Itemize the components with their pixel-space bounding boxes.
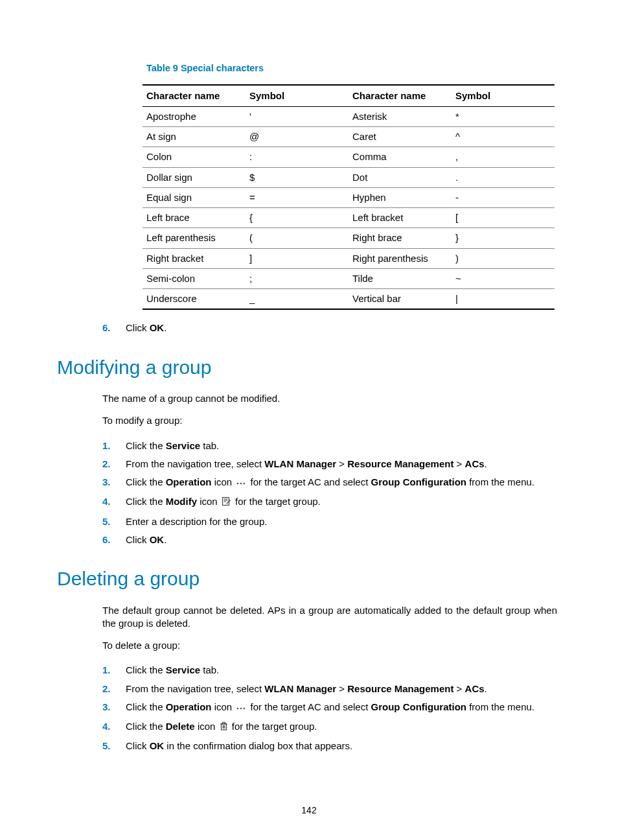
step-number: 4.	[102, 495, 111, 508]
step-number: 6.	[102, 321, 111, 334]
page-number: 142	[0, 804, 618, 817]
svg-point-0	[237, 483, 239, 485]
char-name-cell: Dot	[349, 167, 452, 187]
table-row: Underscore_Vertical bar|	[143, 289, 555, 310]
col-header: Character name	[349, 85, 452, 107]
symbol-cell: ,	[452, 147, 555, 167]
table-caption: Table 9 Special characters	[146, 62, 555, 75]
step-number: 2.	[102, 458, 111, 471]
char-name-cell: Left bracket	[349, 208, 452, 228]
step-number: 5.	[102, 515, 111, 528]
modify-icon	[222, 496, 231, 509]
char-name-cell: Dollar sign	[143, 167, 246, 187]
symbol-cell: ]	[246, 248, 349, 268]
step-number: 3.	[102, 476, 111, 489]
step-text: Click the Modify icon for the target gro…	[126, 496, 321, 507]
char-name-cell: Right brace	[349, 228, 452, 248]
symbol-cell: :	[246, 147, 349, 167]
step-item: 3.Click the Operation icon for the targe…	[102, 701, 557, 715]
step-item: 6.Click OK.	[102, 533, 557, 546]
char-name-cell: Comma	[349, 147, 452, 167]
step-text: Click the Operation icon for the target …	[126, 476, 534, 487]
col-header: Symbol	[452, 85, 555, 107]
char-name-cell: Vertical bar	[349, 289, 452, 310]
symbol-cell: ;	[246, 268, 349, 288]
svg-point-2	[244, 483, 246, 485]
char-name-cell: Right bracket	[143, 248, 246, 268]
step-text: Enter a description for the group.	[126, 516, 267, 527]
col-header: Symbol	[246, 85, 349, 107]
table-header-row: Character name Symbol Character name Sym…	[143, 85, 555, 107]
symbol-cell: @	[246, 127, 349, 147]
svg-rect-12	[222, 723, 225, 725]
symbol-cell: {	[246, 208, 349, 228]
ellipsis-icon	[236, 477, 246, 490]
char-name-cell: Right parenthesis	[349, 248, 452, 268]
step-item: 4.Click the Delete icon for the target g…	[102, 720, 557, 734]
symbol-cell: -	[452, 187, 555, 207]
symbol-cell: [	[452, 208, 555, 228]
svg-point-9	[244, 708, 246, 710]
step-item: 2.From the navigation tree, select WLAN …	[102, 682, 557, 695]
step-text: Click OK.	[126, 322, 166, 333]
step-number: 4.	[102, 720, 111, 733]
heading-modifying: Modifying a group	[57, 355, 557, 381]
char-name-cell: Underscore	[143, 289, 246, 310]
table-row: Dollar sign$Dot.	[143, 167, 555, 187]
table-body: Apostrophe'Asterisk*At sign@Caret^Colon:…	[143, 106, 555, 309]
step-text: Click the Service tab.	[126, 664, 219, 675]
symbol-cell: ^	[452, 127, 555, 147]
symbol-cell: _	[246, 289, 349, 310]
step-text: Click OK.	[126, 534, 166, 545]
step-item: 4.Click the Modify icon for the target g…	[102, 495, 557, 509]
table-row: Colon:Comma,	[143, 147, 555, 167]
char-name-cell: Left brace	[143, 208, 246, 228]
step-list-top: 6. Click OK.	[57, 321, 557, 334]
symbol-cell: =	[246, 187, 349, 207]
step-text: From the navigation tree, select WLAN Ma…	[126, 458, 487, 469]
step-text: Click OK in the confirmation dialog box …	[126, 740, 352, 751]
char-name-cell: Colon	[143, 147, 246, 167]
symbol-cell: ~	[452, 268, 555, 288]
delete-icon	[220, 721, 228, 734]
table-row: Right bracket]Right parenthesis)	[143, 248, 555, 268]
symbol-cell: *	[452, 106, 555, 126]
ellipsis-icon	[236, 702, 246, 715]
step-list-delete: 1.Click the Service tab.2.From the navig…	[57, 664, 557, 752]
char-name-cell: Asterisk	[349, 106, 452, 126]
paragraph: The name of a group cannot be modified.	[57, 392, 557, 405]
symbol-cell: }	[452, 228, 555, 248]
step-item: 6. Click OK.	[102, 321, 557, 334]
step-text: Click the Delete icon for the target gro…	[126, 721, 317, 732]
char-name-cell: Caret	[349, 127, 452, 147]
table-row: Semi-colon;Tilde~	[143, 268, 555, 288]
step-item: 1.Click the Service tab.	[102, 664, 557, 677]
step-number: 1.	[102, 664, 111, 677]
col-header: Character name	[143, 85, 246, 107]
table-row: Left parenthesis(Right brace}	[143, 228, 555, 248]
table-row: At sign@Caret^	[143, 127, 555, 147]
step-item: 3.Click the Operation icon for the targe…	[102, 476, 557, 490]
step-number: 1.	[102, 439, 111, 452]
symbol-cell: $	[246, 167, 349, 187]
paragraph: To delete a group:	[57, 639, 557, 652]
paragraph: The default group cannot be deleted. APs…	[57, 604, 557, 631]
document-page: Table 9 Special characters Character nam…	[0, 0, 618, 840]
step-text: From the navigation tree, select WLAN Ma…	[126, 683, 487, 694]
step-number: 2.	[102, 682, 111, 695]
step-list-modify: 1.Click the Service tab.2.From the navig…	[57, 439, 557, 547]
char-name-cell: Tilde	[349, 268, 452, 288]
char-name-cell: Semi-colon	[143, 268, 246, 288]
step-text: Click the Service tab.	[126, 440, 219, 451]
step-number: 5.	[102, 740, 111, 752]
table-row: Equal sign=Hyphen-	[143, 187, 555, 207]
table-container: Table 9 Special characters Character nam…	[143, 62, 555, 310]
paragraph: To modify a group:	[57, 414, 557, 427]
special-characters-table: Character name Symbol Character name Sym…	[143, 84, 555, 310]
char-name-cell: At sign	[143, 127, 246, 147]
symbol-cell: .	[452, 167, 555, 187]
heading-deleting: Deleting a group	[57, 566, 557, 592]
char-name-cell: Hyphen	[349, 187, 452, 207]
step-number: 6.	[102, 533, 111, 546]
step-item: 5.Enter a description for the group.	[102, 515, 557, 528]
